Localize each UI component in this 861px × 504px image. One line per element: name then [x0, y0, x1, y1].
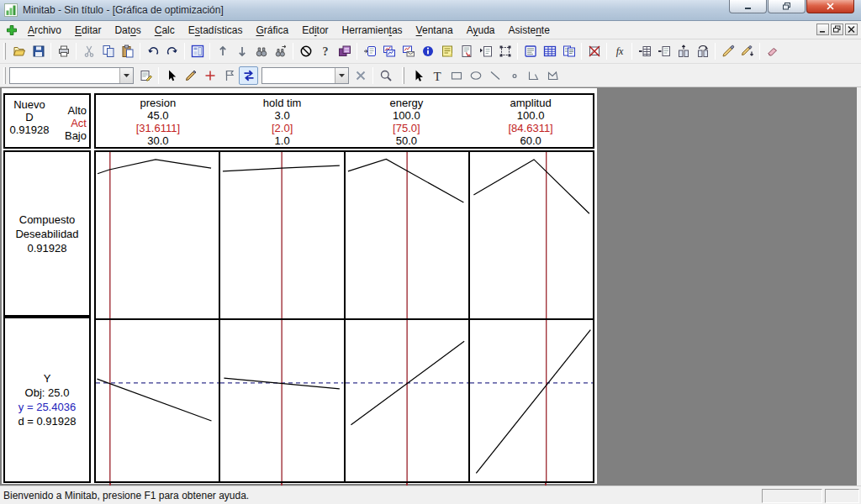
project-windows-button[interactable]	[559, 42, 578, 60]
new-project-icon[interactable]	[3, 22, 21, 39]
toolbar-grip[interactable]	[3, 67, 6, 84]
plot-cell-desirability-hold-tim[interactable]	[220, 152, 343, 318]
redo-button[interactable]	[162, 42, 182, 60]
save-button[interactable]	[29, 42, 48, 60]
close-button[interactable]	[806, 0, 854, 13]
status-message: Bienvenido a Minitab, presione F1 para o…	[3, 490, 249, 501]
combobox-dropdown-icon[interactable]	[335, 68, 348, 83]
graph-element-combobox[interactable]	[261, 67, 349, 84]
notepad-button[interactable]	[437, 42, 457, 60]
zoom-button[interactable]	[376, 66, 395, 85]
doc-arrow-button[interactable]	[476, 42, 495, 60]
maximize-button[interactable]	[768, 0, 806, 13]
polygon-tool-button[interactable]	[543, 66, 563, 85]
menu-asistente[interactable]: Asistente	[501, 22, 556, 39]
cancel-button[interactable]	[296, 42, 315, 60]
menu-estadisticas[interactable]: Estadísticas	[182, 22, 250, 39]
report-button[interactable]	[457, 42, 476, 60]
graph-item-combobox[interactable]	[9, 67, 134, 84]
arrow-down-icon	[235, 45, 249, 58]
menu-grafica[interactable]: Gráfica	[250, 22, 296, 39]
help-button[interactable]: ?	[315, 42, 335, 60]
copy-button[interactable]	[98, 42, 118, 60]
rotate-column-button[interactable]	[693, 42, 712, 60]
plot-cell-response-hold-tim[interactable]	[220, 320, 343, 481]
graph-window-button[interactable]	[379, 42, 399, 60]
close-graph-button[interactable]	[584, 42, 604, 60]
window-title: Minitab - Sin título - [Gráfica de optim…	[23, 4, 224, 16]
paste-button[interactable]	[118, 42, 137, 60]
minimize-button[interactable]	[729, 0, 767, 13]
toolbar-separator	[581, 43, 582, 60]
flag-button[interactable]	[219, 66, 239, 85]
worksheet-button[interactable]	[540, 42, 559, 60]
plot-cell-desirability-presion[interactable]	[96, 152, 219, 318]
arrow-down-button[interactable]	[232, 42, 251, 60]
plot-cell-response-presion[interactable]	[96, 320, 219, 481]
line-tool-button[interactable]	[485, 66, 504, 85]
mdi-restore-button[interactable]	[831, 24, 843, 35]
move-column-button[interactable]	[673, 42, 693, 60]
menu-datos[interactable]: Datos	[108, 22, 147, 39]
properties-button[interactable]	[136, 66, 156, 85]
history-button[interactable]	[335, 42, 354, 60]
brush-button[interactable]	[181, 66, 200, 85]
point-tool-button[interactable]	[504, 66, 524, 85]
edit-list-button[interactable]	[654, 42, 673, 60]
graph-mail-button[interactable]	[399, 42, 418, 60]
find-next-button[interactable]	[271, 42, 290, 60]
title-bar: Minitab - Sin título - [Gráfica de optim…	[0, 0, 861, 21]
delete-x-button[interactable]	[351, 66, 370, 85]
undo-button[interactable]	[143, 42, 162, 60]
menu-calc[interactable]: Calc	[148, 22, 182, 39]
select-tool-button[interactable]	[408, 66, 427, 85]
project-manager-button[interactable]	[188, 42, 207, 60]
factor-header-hold-tim: hold tim3.0[2.0]1.0	[220, 97, 345, 147]
ellipse-tool-button[interactable]	[466, 66, 485, 85]
session-window-button[interactable]	[520, 42, 540, 60]
menu-editar[interactable]: Editar	[68, 22, 108, 39]
open-button[interactable]	[9, 42, 29, 60]
brush-apply-button[interactable]	[737, 42, 757, 60]
menu-editor[interactable]: Editor	[295, 22, 335, 39]
mdi-window-controls	[815, 24, 858, 35]
resize-graph-button[interactable]	[495, 42, 515, 60]
eraser-button[interactable]	[763, 42, 782, 60]
fx-button[interactable]: fx	[610, 42, 629, 60]
factor-current: [31.6111]	[96, 122, 220, 134]
graph-editing-toolbar: T	[0, 64, 861, 87]
minitab-logo-icon[interactable]	[4, 3, 18, 17]
menu-ventana[interactable]: Ventana	[409, 22, 460, 39]
plot-cell-desirability-energy[interactable]	[346, 152, 468, 318]
text-tool-button[interactable]: T	[427, 66, 446, 85]
swap-button[interactable]	[239, 66, 258, 85]
low-row-label: Bajo	[54, 129, 87, 142]
arrow-up-button[interactable]	[213, 42, 232, 60]
print-button[interactable]	[54, 42, 73, 60]
menu-archivo[interactable]: Archivo	[21, 22, 68, 39]
brush-set-button[interactable]	[718, 42, 737, 60]
crosshair-button[interactable]	[200, 66, 219, 85]
select-arrow-button[interactable]	[161, 66, 181, 85]
delete-x-icon	[354, 69, 367, 82]
insert-section-button[interactable]	[360, 42, 379, 60]
info-button[interactable]	[418, 42, 437, 60]
polyline-tool-button[interactable]	[524, 66, 543, 85]
toolbar-separator	[606, 43, 607, 60]
cut-button[interactable]	[79, 42, 98, 60]
fx-icon: fx	[613, 45, 626, 58]
mdi-close-button[interactable]	[845, 24, 858, 35]
toolbar-grip[interactable]	[402, 67, 404, 84]
menu-herramientas[interactable]: Herramientas	[335, 22, 409, 39]
mdi-minimize-button[interactable]	[816, 24, 829, 35]
edit-last-dialog-button[interactable]	[635, 42, 654, 60]
menu-ayuda[interactable]: Ayuda	[460, 22, 502, 39]
plot-cell-response-amplitud[interactable]	[470, 320, 593, 481]
close-graph-icon	[588, 45, 601, 58]
plot-cell-response-energy[interactable]	[346, 320, 468, 481]
find-button[interactable]	[251, 42, 271, 60]
plot-cell-desirability-amplitud[interactable]	[470, 152, 593, 318]
toolbar-grip[interactable]	[3, 43, 6, 60]
rect-tool-button[interactable]	[446, 66, 466, 85]
combobox-dropdown-icon[interactable]	[119, 68, 133, 83]
